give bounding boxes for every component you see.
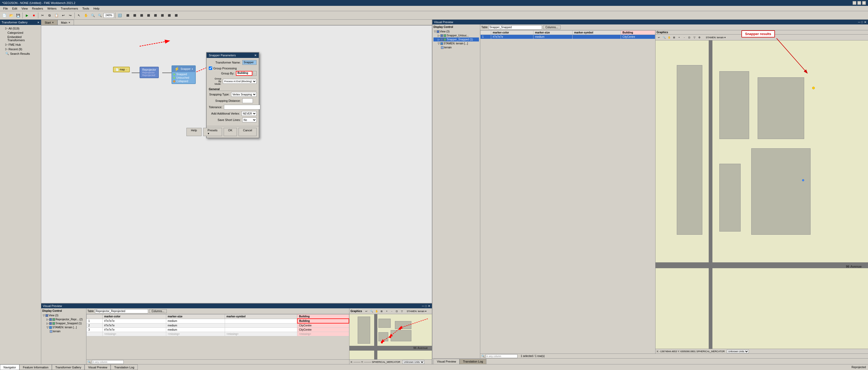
tab-main[interactable]: Main ✕ (57, 20, 74, 25)
gallery-item-fmehub[interactable]: ▷ FME Hub (1, 42, 40, 47)
menu-tools[interactable]: Tools (80, 6, 91, 11)
presets-button[interactable]: Presets ▾ (203, 128, 222, 136)
th-marker-color[interactable]: marker-color (102, 314, 166, 319)
dc-item-snapper[interactable]: ▷ Snapper_Snapped (1) (42, 322, 85, 325)
dc-item-stamen[interactable]: ▽ STAMEN: terrain [...] (42, 325, 85, 329)
bottom-table-grid[interactable]: marker-color marker-size marker-symbol B… (86, 314, 349, 359)
group-by-ellipsis[interactable]: … (253, 71, 257, 76)
snapper-node[interactable]: ⚡ Snapper ● Snapped (172, 65, 196, 84)
right-gfx-zoom-in[interactable]: + (677, 35, 682, 40)
add-vertices-select[interactable]: NEVER (242, 111, 257, 116)
right-th-ms[interactable]: marker-size (533, 31, 572, 35)
dc-item-reproj[interactable]: ▷ Reprojector_Repr... (2) (42, 317, 85, 322)
menu-view[interactable]: View (20, 6, 30, 11)
gfx-btn-zoom-in[interactable]: + (384, 309, 389, 314)
table-row[interactable]: 2 #7e7e7e medium CityCentre (87, 323, 349, 328)
table-row[interactable]: <missing> <missing> <missing> <missing> (87, 332, 349, 336)
copy-button[interactable]: ⧉ (46, 12, 53, 19)
tb-extra-3[interactable]: ⬛ (138, 12, 145, 19)
group-processing-checkbox[interactable] (209, 66, 212, 70)
right-dc-untouch[interactable]: ▷ Snapper_Untouc... (433, 33, 479, 37)
tb-extra-5[interactable]: ⬛ (152, 12, 158, 19)
right-dc-snapped[interactable]: ▷ Snapper_Snapped (1) (433, 37, 479, 41)
open-button[interactable]: 📂 (8, 12, 14, 19)
tb-extra-8[interactable]: ⬛ (173, 12, 179, 19)
zoom-out-button[interactable]: 🔍 (96, 12, 103, 19)
gallery-item-recent[interactable]: ▷ Recent (9) (1, 47, 40, 51)
gfx-btn-4[interactable]: ⊞ (379, 309, 384, 314)
right-stamen-dropdown[interactable]: STAMEN: terrain ▾ (704, 35, 727, 40)
stamen-dropdown[interactable]: STAMEN: terrain ▾ (405, 309, 428, 314)
vp-maximize[interactable]: □ (425, 304, 427, 308)
gfx-btn-1[interactable]: ↩ (364, 309, 369, 314)
right-dc-stamen[interactable]: ▽ STAMEN: terrain [...] (433, 41, 479, 45)
menu-file[interactable]: File (1, 6, 10, 11)
right-units-select[interactable]: Unknown Units (727, 349, 749, 353)
gallery-close-icon[interactable]: ✕ (37, 21, 39, 24)
gfx-btn-2[interactable]: 🔍 (369, 309, 374, 314)
group-by-mode-select[interactable]: Process At End (Blocking) (223, 79, 257, 84)
right-columns-btn[interactable]: Columns... (543, 25, 561, 29)
tab-start-close[interactable]: ✕ (52, 21, 54, 24)
right-gfx-filter[interactable]: ▽ (692, 35, 697, 40)
snapping-type-select[interactable]: Vertex Snapping (231, 92, 257, 97)
right-gfx-zoom-out[interactable]: - (682, 35, 687, 40)
right-vp-close[interactable]: ✕ (864, 21, 866, 24)
right-search-input[interactable] (486, 354, 518, 358)
close-button[interactable]: ✕ (862, 1, 866, 5)
right-gfx-fit[interactable]: ⊡ (687, 35, 692, 40)
maximize-button[interactable]: □ (857, 1, 861, 5)
right-dc-view[interactable]: ▽ View (3) (433, 30, 479, 33)
cut-button[interactable]: ✂ (39, 12, 46, 19)
help-button[interactable]: Help (186, 128, 202, 136)
paste-button[interactable]: 📋 (53, 12, 60, 19)
bottom-search-input[interactable] (92, 360, 124, 364)
th-marker-size[interactable]: marker-size (166, 314, 225, 319)
gfx-btn-fit[interactable]: ⊡ (394, 309, 399, 314)
nav-tab-feature-info[interactable]: Feature Information (20, 364, 52, 370)
pan-button[interactable]: ✋ (83, 12, 89, 19)
dc-item-terrain[interactable]: terrain (42, 329, 85, 333)
tb-extra-1[interactable]: ⬛ (124, 12, 131, 19)
menu-writers[interactable]: Writers (45, 6, 59, 11)
columns-btn[interactable]: Columns... (149, 309, 167, 313)
right-tab-vp[interactable]: Visual Preview (433, 359, 460, 364)
group-processing-checkbox-label[interactable]: Group Processing (209, 66, 257, 70)
tb-extra-6[interactable]: ⬛ (159, 12, 165, 19)
gallery-item-embedded[interactable]: Embedded Transformers (1, 35, 40, 42)
pointer-button[interactable]: ↖ (76, 12, 82, 19)
map-node[interactable]: 📄 map ○ (113, 67, 130, 72)
nav-tab-translation-log[interactable]: Translation Log (111, 364, 137, 370)
vp-close-icon[interactable]: ✕ (428, 304, 430, 308)
right-gfx-settings[interactable]: ⚙ (697, 35, 702, 40)
th-marker-symbol[interactable]: marker-symbol (225, 314, 297, 319)
gallery-item-search[interactable]: 🔍 Search Results (1, 51, 40, 56)
right-th-mc[interactable]: marker-color (491, 31, 533, 35)
table-row[interactable]: 1 #7e7e7e medium Building (87, 319, 349, 323)
right-table-name-input[interactable] (489, 25, 542, 30)
right-table-row[interactable]: 1 #7e7e7e medium CityCentre (480, 35, 655, 39)
nav-tab-visual-preview[interactable]: Visual Preview (85, 364, 111, 370)
tb-extra-4[interactable]: ⬛ (145, 12, 152, 19)
tolerance-input[interactable] (224, 105, 260, 109)
menu-transformers[interactable]: Transformers (59, 6, 80, 11)
right-map[interactable]: 96 Avenue (655, 40, 868, 349)
right-vp-maximize[interactable]: □ (861, 21, 863, 24)
table-row[interactable]: 3 #7e7e7e medium CityCentre (87, 328, 349, 332)
units-select[interactable]: Unknown Units (402, 360, 425, 364)
right-gfx-btn-4[interactable]: ⊞ (672, 35, 677, 40)
menu-readers[interactable]: Readers (30, 6, 45, 11)
zoom-input[interactable]: 240% (103, 13, 114, 18)
run-button[interactable]: ▶ (24, 12, 30, 19)
right-gfx-btn-3[interactable]: ✋ (667, 35, 672, 40)
gfx-btn-zoom-out[interactable]: - (389, 309, 394, 314)
nav-tab-transformer-gallery[interactable]: Transformer Gallery (52, 364, 85, 370)
ok-button[interactable]: OK (224, 128, 237, 136)
right-gfx-btn-1[interactable]: ↩ (657, 35, 661, 40)
tb-extra-2[interactable]: ⬛ (131, 12, 138, 19)
right-tab-log[interactable]: Translation Log (460, 359, 486, 364)
save-short-lines-select[interactable]: No (242, 117, 257, 122)
right-dc-terrain[interactable]: terrain (433, 45, 479, 49)
right-gfx-btn-2[interactable]: 🔍 (662, 35, 666, 40)
th-building[interactable]: Building (297, 314, 349, 319)
